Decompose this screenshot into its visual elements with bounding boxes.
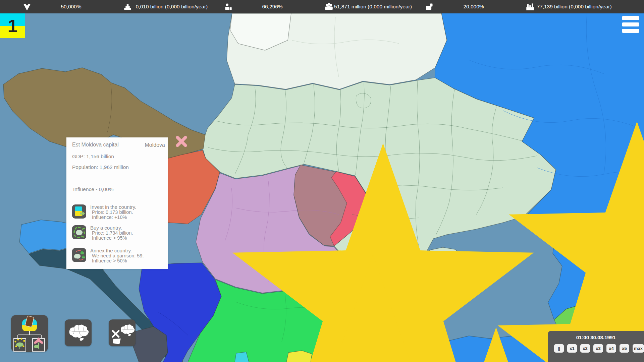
stat-value-1: 50,000% — [18, 4, 119, 10]
speed-x2-button[interactable]: x2 — [580, 344, 590, 353]
player-rank: 1 — [0, 13, 25, 38]
annex-line2: We need a garrison: 59. — [90, 253, 144, 259]
invest-button[interactable]: Invest in the country. Price: 0,173 bill… — [72, 204, 164, 222]
invest-line2: Price: 0,173 billion. — [90, 210, 136, 215]
stat-group-6: 77,139 billion (0,000 billion/year) — [522, 0, 622, 13]
stat-group-1: 50,000% — [18, 0, 119, 13]
close-popup-button[interactable] — [175, 135, 188, 148]
game-datetime: 01:00 30.08.1991 — [548, 335, 644, 340]
country-small-cyan[interactable] — [235, 352, 249, 362]
annex-country-button[interactable]: Annex the country. We need a garrison: 5… — [72, 248, 164, 265]
invest-line3: Influence: +10% — [90, 215, 136, 220]
speed-x3-button[interactable]: x3 — [593, 344, 603, 353]
development-tree-button[interactable] — [11, 315, 48, 352]
speed-x1-button[interactable]: x1 — [567, 344, 577, 353]
game-stage: 50,000% 0,010 billion (0,000 billion/yea… — [0, 0, 644, 362]
divide-country-button[interactable] — [109, 319, 136, 346]
top-stats-bar: 50,000% 0,010 billion (0,000 billion/yea… — [0, 0, 644, 13]
invest-line1: Invest in the country. — [90, 204, 136, 210]
development-tree-icon — [11, 315, 48, 352]
buy-line3: Influence > 95% — [90, 236, 133, 241]
province-map-icon — [65, 319, 92, 346]
region-gdp: GDP: 1,156 billion — [72, 154, 114, 160]
region-info-popup: Est Moldova capital Moldova GDP: 1,156 b… — [66, 137, 168, 269]
people-icon — [324, 2, 333, 11]
stat-group-5: 20,000% — [421, 0, 522, 13]
dove-icon — [22, 2, 32, 11]
divide-country-icon — [109, 319, 136, 346]
stat-value-6: 77,139 billion (0,000 billion/year) — [522, 4, 622, 10]
pause-button[interactable]: || — [554, 344, 564, 353]
speed-controls: || x1 x2 x3 x4 x5 max — [548, 344, 644, 353]
stat-value-2: 0,010 billion (0,000 billion/year) — [119, 4, 220, 10]
speed-x5-button[interactable]: x5 — [620, 344, 629, 353]
stat-value-5: 20,000% — [421, 4, 522, 10]
buy-country-icon — [72, 225, 86, 239]
speed-max-button[interactable]: max — [633, 344, 644, 353]
region-country-label: Moldova — [145, 142, 165, 148]
steps-chart-icon — [123, 2, 132, 11]
stat-value-3: 66,296% — [220, 4, 320, 10]
buy-country-button[interactable]: Buy a country. Price: 1,734 billion. Inf… — [72, 225, 164, 243]
annex-country-text: Annex the country. We need a garrison: 5… — [90, 248, 144, 265]
region-title: Est Moldova capital — [72, 141, 129, 148]
annex-line3: Influence > 50% — [90, 258, 144, 264]
close-icon — [175, 135, 188, 148]
buy-line2: Price: 1,734 billion. — [90, 231, 133, 236]
stat-group-2: 0,010 billion (0,000 billion/year) — [119, 0, 220, 13]
hamburger-icon — [622, 29, 639, 33]
player-flag[interactable]: 1 — [0, 13, 25, 38]
region-population: Population: 1,962 million — [72, 164, 129, 170]
hamburger-icon — [622, 16, 639, 20]
speed-x4-button[interactable]: x4 — [606, 344, 616, 353]
invest-flag-arrow-icon — [72, 204, 86, 219]
buy-country-text: Buy a country. Price: 1,734 billion. Inf… — [90, 225, 133, 243]
province-map-button[interactable] — [65, 319, 92, 346]
invest-text: Invest in the country. Price: 0,173 bill… — [90, 204, 136, 222]
region-influence: Influence - 0,00% — [73, 186, 114, 192]
stat-group-3: 66,296% — [220, 0, 320, 13]
buy-line1: Buy a country. — [90, 225, 133, 231]
stat-group-4: 51,871 million (0,000 million/year) — [320, 0, 421, 13]
factory-icon — [526, 2, 535, 11]
person-icon — [224, 2, 233, 11]
briefcase-icon — [425, 2, 434, 11]
hamburger-icon — [622, 22, 639, 26]
stat-value-4: 51,871 million (0,000 million/year) — [320, 4, 421, 10]
menu-button[interactable] — [622, 16, 639, 33]
annex-line1: Annex the country. — [90, 248, 144, 253]
annex-country-icon — [72, 248, 86, 262]
time-panel: 01:00 30.08.1991 || x1 x2 x3 x4 x5 max — [548, 331, 644, 362]
